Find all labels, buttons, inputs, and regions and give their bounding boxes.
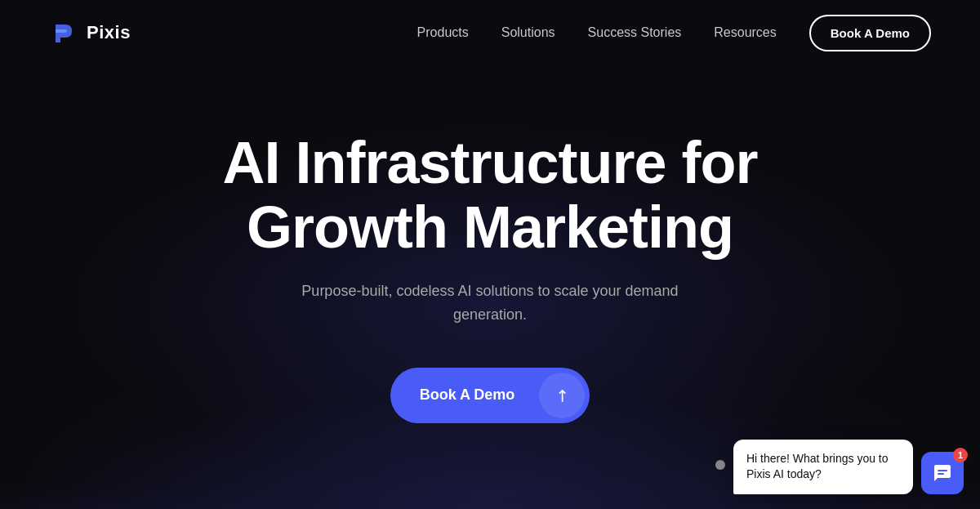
navbar: Pixis Products Solutions Success Stories…: [0, 0, 980, 65]
hero-title-line1: AI Infrastructure for: [222, 130, 757, 195]
svg-rect-1: [938, 473, 944, 475]
chat-bubble: Hi there! What brings you to Pixis AI to…: [733, 440, 913, 494]
nav-item-products[interactable]: Products: [417, 25, 469, 40]
hero-title-line2: Growth Marketing: [247, 194, 733, 260]
chat-widget: Hi there! What brings you to Pixis AI to…: [715, 440, 964, 494]
nav-item-resources[interactable]: Resources: [714, 25, 776, 40]
hero-subtitle: Purpose-built, codeless AI solutions to …: [286, 279, 694, 327]
logo-text: Pixis: [87, 22, 131, 43]
logo[interactable]: Pixis: [49, 18, 131, 47]
chat-icon: [933, 463, 952, 483]
svg-rect-0: [938, 470, 947, 471]
nav-item-solutions[interactable]: Solutions: [501, 25, 555, 40]
chat-dot: [715, 460, 725, 470]
chat-badge: 1: [953, 448, 968, 462]
nav-links: Products Solutions Success Stories Resou…: [417, 15, 931, 51]
hero-title: AI Infrastructure for Growth Marketing: [222, 131, 757, 260]
hero-book-demo-button[interactable]: Book A Demo ↗: [390, 368, 590, 423]
nav-book-demo-button[interactable]: Book A Demo: [809, 15, 931, 51]
hero-cta-wrapper: Book A Demo ↗: [390, 368, 590, 423]
chat-open-button[interactable]: 1: [921, 452, 964, 494]
nav-item-success-stories[interactable]: Success Stories: [588, 25, 682, 40]
pixis-logo-icon: [49, 18, 78, 47]
hero-section: AI Infrastructure for Growth Marketing P…: [0, 65, 980, 456]
hero-cta-label: Book A Demo: [390, 372, 540, 418]
chat-bubble-text: Hi there! What brings you to Pixis AI to…: [746, 452, 889, 481]
